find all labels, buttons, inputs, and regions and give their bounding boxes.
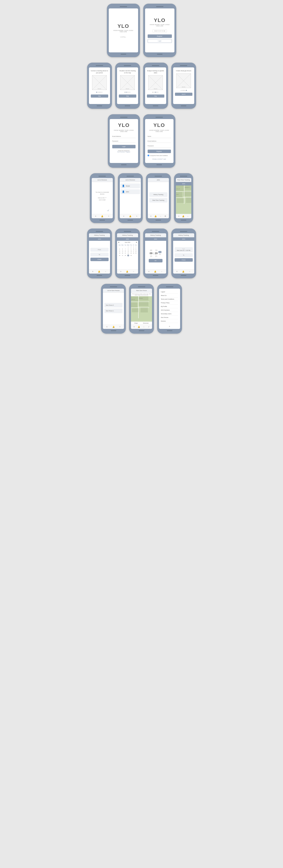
bell-icon[interactable]: 🔔 [182,271,184,273]
cal-day[interactable]: 9 [130,248,132,250]
settings-sos[interactable]: SOS Numbers [161,308,178,312]
login-button-splash[interactable]: Login [148,39,172,43]
cal-day[interactable]: 3 [133,246,135,248]
hamburger-icon[interactable]: ≡ [176,271,177,273]
hamburger-icon[interactable]: ≡ [106,326,108,328]
dot-plus[interactable]: + [180,90,181,91]
cal-day[interactable]: 24 [133,252,135,254]
hour-mid[interactable]: 09 [150,252,152,255]
cal-day[interactable]: 22 [127,252,130,254]
bell-icon[interactable]: 🔔 [112,326,115,328]
back-icon[interactable]: ← [143,326,145,328]
hamburger-icon[interactable]: ≡ [92,271,93,273]
back-icon[interactable]: ← [187,215,189,217]
back-icon[interactable]: ← [105,271,107,273]
bell-icon[interactable]: 🔔 [182,215,184,217]
shape-label[interactable]: Shape [134,322,138,324]
bell-icon[interactable]: 🔔 [154,215,157,217]
register-button[interactable]: Register [148,150,171,153]
hamburger-icon[interactable]: ≡ [148,271,149,273]
geo-item-2[interactable]: Geo Fence 2 [104,303,122,307]
password-field[interactable] [112,140,136,143]
from-btn-1[interactable]: From [90,248,109,252]
cal-day[interactable]: 25 [135,252,137,254]
cal-day[interactable]: 23 [130,252,132,254]
cal-day[interactable]: 8 [127,248,130,250]
back-icon[interactable]: ← [161,271,163,273]
check-icon[interactable]: ✓ [148,326,149,328]
hamburger-icon[interactable]: ≡ [95,215,96,217]
cal-day[interactable]: 1 [127,246,130,248]
cal-day[interactable]: 2 [130,246,132,248]
cal-day[interactable]: 16 [130,250,132,252]
cal-day[interactable]: 28 [124,254,126,256]
cal-day[interactable]: 4 [135,246,137,248]
register-email-field[interactable] [148,140,171,143]
cal-day[interactable]: 11 [135,248,137,250]
hamburger-icon[interactable]: ≡ [120,271,121,273]
settings-logout[interactable]: Logout [161,290,178,294]
skip-button-3[interactable]: Skip [147,94,164,98]
back-icon[interactable]: ← [133,271,135,273]
back-icon[interactable]: ← [160,215,162,217]
email-field[interactable] [112,135,136,138]
hamburger-icon[interactable]: ≡ [134,326,135,328]
bell-icon[interactable]: 🔔 [101,215,103,217]
skip-button-2[interactable]: Skip [119,94,136,98]
cal-day[interactable]: 30 [130,254,132,256]
bell-icon[interactable]: 🔔 [138,326,140,328]
register-password-field[interactable] [148,144,171,148]
cal-day[interactable]: 13 [121,250,124,252]
to-btn-filled[interactable]: To [175,253,193,257]
am-option[interactable]: AM [159,251,162,253]
geo-item-1[interactable]: Geo Fence 1 [104,309,122,313]
hamburger-icon[interactable]: ≡ [123,215,124,217]
register-button-splash[interactable]: Register [148,34,172,38]
cal-day[interactable]: 18 [135,250,137,252]
check-btn-1[interactable]: Check [90,258,109,261]
forgot-password-link[interactable]: Forgot the Password? [117,150,131,151]
cal-day[interactable]: 5 [118,248,121,250]
to-btn-1[interactable]: To [90,253,109,256]
got-it-button[interactable]: Got It! [175,93,192,96]
bell-icon[interactable]: 🔔 [98,271,100,273]
cal-day[interactable]: 26 [118,254,121,256]
hamburger-icon[interactable]: ≡ [178,215,179,217]
cal-day[interactable]: 21 [124,252,126,254]
settings-profile[interactable]: My Profile [161,305,178,308]
terms-checkbox[interactable] [148,155,149,156]
name-field[interactable] [148,135,171,138]
bell-icon[interactable]: 🔔 [154,271,156,273]
settings-about[interactable]: About Us [161,294,178,298]
settings-geofences[interactable]: Geo Fences [161,316,178,319]
cal-day[interactable]: 20 [121,252,124,254]
real-time-tracking-btn[interactable]: Real Time Tracking [149,198,167,203]
cal-day[interactable]: 6 [121,248,124,250]
cal-day-today[interactable]: 29 [127,254,130,256]
cal-day[interactable]: 17 [133,250,135,252]
hamburger-icon[interactable]: ≡ [150,215,151,217]
add-geo-icon[interactable]: + [119,326,120,328]
dot-plus[interactable]: + [102,91,103,93]
cal-next[interactable]: ▶ [136,242,137,243]
settings-secondary[interactable]: Secondary Users [161,312,178,316]
hamburger-icon-settings[interactable]: ≡ [169,326,170,328]
ok-btn[interactable]: OK [149,259,163,262]
min-mid[interactable]: 20 [155,252,158,255]
cal-prev[interactable]: ◀ [118,242,119,243]
cal-day[interactable]: 14 [124,250,126,252]
login-button[interactable]: Login [112,145,136,148]
cal-day[interactable]: 10 [133,248,135,250]
settings-privacy[interactable]: Privacy Policy [161,301,178,305]
from-btn-filled[interactable]: From Wed June 29 - 3:20 PM [175,247,193,252]
device-item-john[interactable]: 👤 John [120,189,140,194]
settings-icon[interactable]: ⚙ [165,215,166,217]
dimension-label[interactable]: Dimension [143,322,149,324]
cal-day[interactable]: 7 [124,248,126,250]
cal-day[interactable]: 12 [118,250,121,252]
skip-button-1[interactable]: Skip [91,94,108,98]
register-link[interactable]: Register [126,151,130,153]
back-icon[interactable]: ← [189,271,191,273]
device-item-susan[interactable]: 👤 Susan [120,184,140,188]
new-geo-map[interactable]: Jackson St Washington [131,296,152,321]
